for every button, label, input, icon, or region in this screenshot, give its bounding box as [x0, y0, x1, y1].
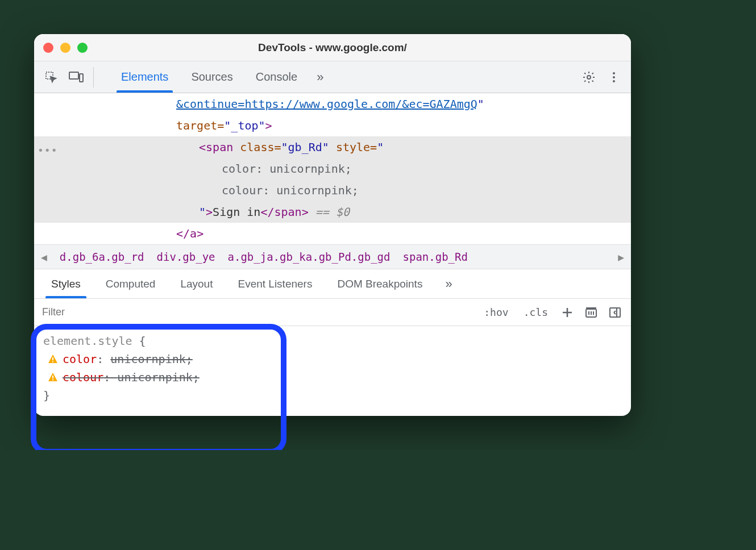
dom-line-target[interactable]: target="_top">	[34, 115, 631, 136]
subtab-dom-breakpoints[interactable]: DOM Breakpoints	[327, 269, 433, 298]
subtab-layout[interactable]: Layout	[170, 269, 223, 298]
hov-button[interactable]: :hov	[480, 304, 512, 320]
svg-point-5	[613, 76, 615, 78]
svg-rect-10	[52, 361, 53, 363]
main-toolbar: Elements Sources Console »	[34, 61, 631, 93]
dom-line-url[interactable]: &continue=https://www.google.com/&ec=GAZ…	[34, 93, 631, 115]
svg-rect-11	[52, 376, 53, 378]
divider	[93, 67, 94, 88]
tab-elements[interactable]: Elements	[110, 61, 180, 93]
breadcrumb-scroll-left-icon[interactable]: ◀	[41, 251, 47, 263]
panel-tabs: Elements Sources Console »	[110, 61, 331, 93]
warning-icon	[48, 372, 58, 382]
dom-line-close-a[interactable]: </a>	[34, 223, 631, 244]
style-rule-line[interactable]: colour: unicornpink;	[43, 368, 622, 386]
more-subtabs-icon[interactable]: »	[437, 277, 460, 291]
warning-icon	[48, 354, 58, 364]
breadcrumb-item[interactable]: a.gb_ja.gb_ka.gb_Pd.gb_gd	[228, 251, 391, 263]
styles-subtabs: Styles Computed Layout Event Listeners D…	[34, 269, 631, 299]
svg-point-3	[587, 76, 591, 79]
svg-rect-9	[52, 357, 53, 360]
breadcrumb-item[interactable]: div.gb_ye	[157, 251, 215, 263]
inspect-element-icon[interactable]	[41, 67, 61, 88]
svg-point-4	[613, 72, 615, 74]
tab-sources[interactable]: Sources	[180, 61, 244, 93]
subtab-styles[interactable]: Styles	[41, 269, 91, 298]
breadcrumb-item-active[interactable]: span.gb_Rd	[403, 251, 468, 263]
dom-selected-row[interactable]: ••• <span class="gb_Rd" style=" color: u…	[34, 136, 631, 223]
kebab-menu-icon[interactable]	[604, 67, 624, 88]
toggle-sidebar-icon[interactable]	[607, 305, 623, 320]
traffic-lights	[43, 43, 88, 53]
subtab-event-listeners[interactable]: Event Listeners	[227, 269, 322, 298]
dom-tree[interactable]: &continue=https://www.google.com/&ec=GAZ…	[34, 93, 631, 244]
window-title: DevTools - www.google.com/	[34, 41, 631, 54]
breadcrumb-scroll-right-icon[interactable]: ▶	[618, 251, 624, 263]
url-link[interactable]: &continue=https://www.google.com/&ec=GAZ…	[176, 97, 477, 111]
subtab-computed[interactable]: Computed	[95, 269, 166, 298]
maximize-window-button[interactable]	[77, 43, 88, 53]
close-window-button[interactable]	[43, 43, 53, 53]
styles-filter-input[interactable]	[42, 306, 254, 318]
more-panel-tabs-icon[interactable]: »	[309, 61, 331, 93]
svg-point-6	[613, 80, 615, 82]
rule-selector[interactable]: element.style {	[43, 332, 622, 350]
tab-console[interactable]: Console	[244, 61, 309, 93]
titlebar: DevTools - www.google.com/	[34, 34, 631, 61]
svg-rect-8	[610, 308, 620, 317]
svg-rect-12	[52, 380, 53, 381]
breadcrumb-item[interactable]: d.gb_6a.gb_rd	[60, 251, 144, 263]
computed-styles-icon[interactable]	[583, 305, 599, 320]
svg-rect-1	[69, 72, 78, 79]
breadcrumb-bar: ◀ d.gb_6a.gb_rd div.gb_ye a.gb_ja.gb_ka.…	[34, 244, 631, 269]
ellipsis-icon: •••	[38, 142, 58, 160]
cls-button[interactable]: .cls	[520, 304, 551, 320]
styles-toolbar: :hov .cls	[34, 299, 631, 326]
minimize-window-button[interactable]	[60, 43, 70, 53]
device-mode-icon[interactable]	[66, 67, 86, 88]
rule-close: }	[43, 386, 622, 405]
devtools-window: DevTools - www.google.com/ Elements Sour…	[34, 34, 631, 416]
new-style-rule-icon[interactable]	[559, 305, 575, 320]
style-rule-line[interactable]: color: unicornpink;	[43, 350, 622, 368]
svg-rect-2	[80, 74, 83, 82]
settings-gear-icon[interactable]	[579, 67, 599, 88]
styles-rules[interactable]: element.style { color: unicornpink; colo…	[34, 326, 631, 416]
